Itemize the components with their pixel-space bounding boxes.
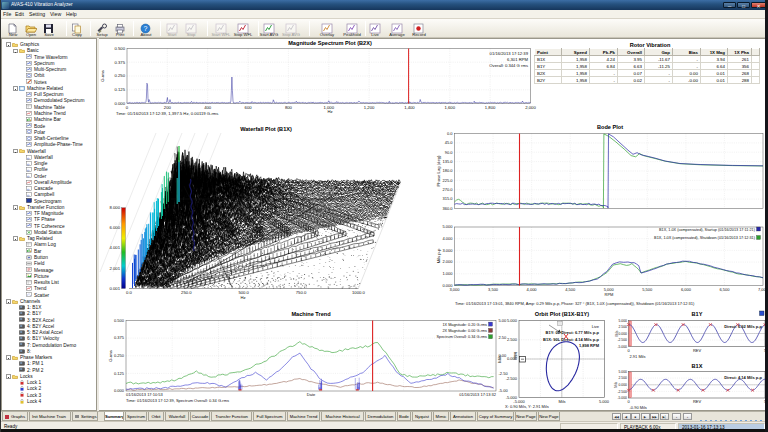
svg-text:5.00: 5.00 — [499, 318, 508, 323]
svg-text:6,301 RPM: 6,301 RPM — [507, 57, 528, 62]
svg-text:0.000: 0.000 — [114, 388, 125, 393]
svg-text:B1X, 1.0X (compensated), Start: B1X, 1.0X (compensated), Startup (01/16/… — [659, 228, 756, 232]
svg-text:1,800: 1,800 — [485, 105, 496, 110]
svg-text:2.50: 2.50 — [499, 335, 508, 340]
svg-text:2X Magnitude: 0.00 G-rms: 2X Magnitude: 0.00 G-rms — [442, 329, 487, 333]
svg-text:1,898 RPM: 1,898 RPM — [579, 343, 600, 348]
svg-text:3.000: 3.000 — [442, 248, 453, 253]
svg-text:-5.000: -5.000 — [513, 399, 525, 404]
svg-text:0.500: 0.500 — [115, 46, 126, 51]
svg-text:01/16/2013 17:10:53: 01/16/2013 17:10:53 — [126, 392, 163, 397]
svg-text:0.375: 0.375 — [114, 335, 125, 340]
svg-text:Time: 01/16/2013 17:12:39, 1,3: Time: 01/16/2013 17:12:39, 1,397.5 Hz, 0… — [116, 111, 218, 116]
svg-text:6,500: 6,500 — [719, 287, 730, 292]
svg-text:1000.0: 1000.0 — [352, 290, 365, 295]
svg-text:0.0: 0.0 — [126, 290, 132, 295]
svg-text:Orbit Plot (B1X-B1Y): Orbit Plot (B1X-B1Y) — [535, 311, 590, 317]
svg-text:Time: 01/16/2013 17:13:01, 384: Time: 01/16/2013 17:13:01, 3840 RPM, Amp… — [455, 301, 695, 306]
svg-text:0.250: 0.250 — [114, 353, 125, 358]
svg-text:90.0: 90.0 — [445, 150, 454, 155]
svg-text:200: 200 — [164, 105, 172, 110]
svg-text:270.0: 270.0 — [442, 187, 453, 192]
svg-text:6.000: 6.000 — [110, 225, 121, 230]
svg-text:2.91 Mils: 2.91 Mils — [630, 354, 646, 359]
svg-text:2.000: 2.000 — [442, 259, 453, 264]
svg-text:G-rms: G-rms — [100, 70, 105, 82]
svg-text:750.0: 750.0 — [296, 290, 307, 295]
svg-text:Mils: Mils — [497, 355, 502, 362]
svg-text:B1Y: 0L Direct: 6.77 Mils p-p: B1Y: 0L Direct: 6.77 Mils p-p — [546, 330, 600, 335]
svg-text:01/16/2013 17:13:32: 01/16/2013 17:13:32 — [459, 392, 496, 397]
svg-text:3,500: 3,500 — [488, 287, 499, 292]
svg-text:G-rms: G-rms — [108, 350, 113, 362]
svg-text:360.0: 360.0 — [442, 206, 453, 211]
svg-text:4,000: 4,000 — [527, 287, 538, 292]
svg-text:4.001: 4.001 — [110, 245, 121, 250]
svg-text:Mils: Mils — [615, 330, 619, 336]
svg-text:0.250: 0.250 — [115, 73, 126, 78]
svg-text:RPM: RPM — [605, 292, 614, 297]
svg-text:0.125: 0.125 — [115, 87, 126, 92]
svg-text:-2.500: -2.500 — [617, 338, 627, 342]
svg-text:Spectrum Overall: 0.34 G-rms: Spectrum Overall: 0.34 G-rms — [437, 335, 488, 339]
svg-text:2,000: 2,000 — [525, 105, 536, 110]
svg-text:Mils: Mils — [615, 381, 619, 387]
svg-text:5.000: 5.000 — [507, 318, 518, 323]
svg-text:5.000: 5.000 — [599, 399, 610, 404]
svg-text:-5.000: -5.000 — [617, 345, 627, 349]
svg-text:-0.90 Mils: -0.90 Mils — [630, 405, 647, 410]
svg-text:5.000: 5.000 — [442, 224, 453, 229]
svg-text:315.0: 315.0 — [442, 196, 453, 201]
svg-text:0.001: 0.001 — [110, 286, 121, 291]
svg-text:Time: 01/16/2013 17:12:39, Spe: Time: 01/16/2013 17:12:39, Spectrum Over… — [126, 398, 229, 403]
svg-text:0.500: 0.500 — [114, 318, 125, 323]
svg-text:REV: REV — [693, 348, 702, 353]
svg-text:0.000: 0.000 — [619, 383, 628, 387]
svg-text:5.000: 5.000 — [619, 319, 628, 323]
svg-text:5,500: 5,500 — [642, 287, 653, 292]
svg-text:6,000: 6,000 — [681, 287, 692, 292]
svg-text:4,500: 4,500 — [565, 287, 576, 292]
svg-text:Live: Live — [592, 324, 600, 329]
svg-text:Machine Trend: Machine Trend — [291, 311, 331, 317]
svg-text:600: 600 — [245, 105, 253, 110]
svg-text:800: 800 — [285, 105, 293, 110]
svg-text:2.500: 2.500 — [619, 376, 628, 380]
svg-text:REV: REV — [693, 399, 702, 404]
svg-text:1,400: 1,400 — [404, 105, 415, 110]
svg-text:1,200: 1,200 — [364, 105, 375, 110]
svg-text:Direct: 4.14 Mils p-p: Direct: 4.14 Mils p-p — [724, 375, 762, 380]
svg-text:Overall: 0.344 G rms: Overall: 0.344 G rms — [489, 63, 528, 68]
svg-text:Date: Date — [307, 392, 316, 397]
svg-text:2.500: 2.500 — [507, 337, 518, 342]
svg-text:-2.500: -2.500 — [506, 376, 518, 381]
svg-text:0: 0 — [627, 399, 630, 404]
svg-text:01/16/2013 17:12:39: 01/16/2013 17:12:39 — [490, 51, 529, 56]
svg-text:45.0: 45.0 — [445, 140, 454, 145]
svg-text:8.000: 8.000 — [110, 205, 121, 210]
svg-text:400: 400 — [204, 105, 212, 110]
svg-text:4.000: 4.000 — [442, 236, 453, 241]
svg-text:0.375: 0.375 — [115, 60, 126, 65]
svg-text:0.0: 0.0 — [447, 131, 453, 136]
svg-text:0.000: 0.000 — [507, 356, 518, 361]
svg-text:B1X: 90L Direct: 4.14 Mils p-p: B1X: 90L Direct: 4.14 Mils p-p — [543, 337, 600, 342]
svg-text:Hz: Hz — [327, 109, 332, 114]
svg-text:1X Magnitude: 0.20 G-rms: 1X Magnitude: 0.20 G-rms — [442, 323, 487, 327]
svg-text:2.001: 2.001 — [110, 266, 121, 271]
svg-text:1,600: 1,600 — [445, 105, 456, 110]
svg-text:X: 0.90 Mils, Y: 2.91 Mils: X: 0.90 Mils, Y: 2.91 Mils — [505, 404, 549, 409]
svg-text:0: 0 — [126, 105, 129, 110]
svg-text:225.0: 225.0 — [442, 178, 453, 183]
svg-text:-2.500: -2.500 — [617, 390, 627, 394]
svg-text:1.000: 1.000 — [442, 271, 453, 276]
svg-text:0.000: 0.000 — [115, 101, 126, 106]
svg-text:135.0: 135.0 — [442, 159, 453, 164]
svg-text:Hz: Hz — [240, 295, 245, 300]
svg-text:0.125: 0.125 — [114, 371, 125, 376]
svg-text:Magnitude Spectrum Plot (B2X): Magnitude Spectrum Plot (B2X) — [288, 40, 372, 46]
svg-text:Bode Plot: Bode Plot — [597, 124, 623, 130]
svg-text:-5.000: -5.000 — [617, 396, 627, 400]
svg-text:5.000: 5.000 — [619, 370, 628, 374]
svg-text:0.000: 0.000 — [619, 332, 628, 336]
